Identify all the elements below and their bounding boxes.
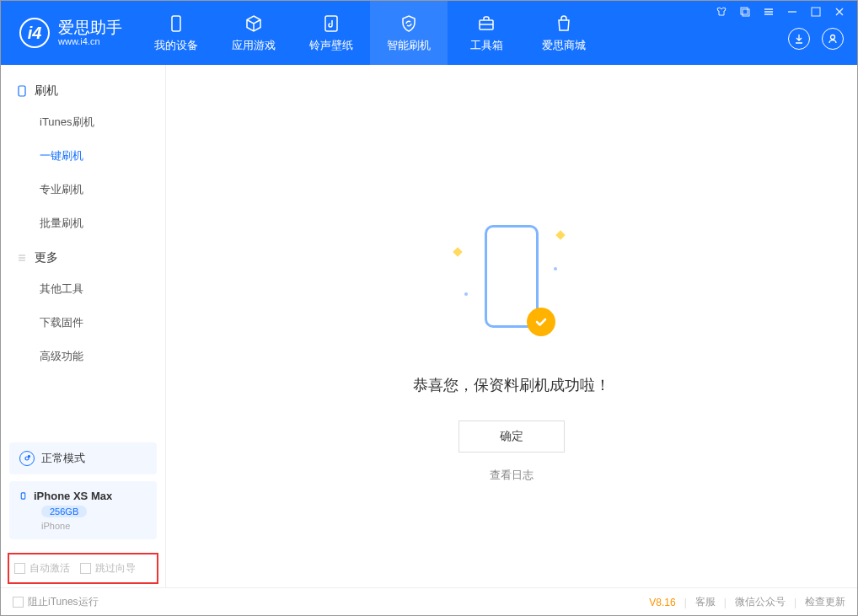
skip-guide-option[interactable]: 跳过向导: [80, 561, 136, 576]
app-domain: www.i4.cn: [58, 36, 122, 46]
sidebar-item-batch[interactable]: 批量刷机: [1, 206, 165, 240]
menu-icon[interactable]: [763, 6, 775, 18]
download-icon[interactable]: [788, 28, 810, 50]
tab-label: 应用游戏: [232, 38, 276, 53]
shield-refresh-icon: [399, 13, 419, 34]
wechat-link[interactable]: 微信公众号: [735, 595, 786, 609]
sidebar-header-more: 更多: [1, 244, 165, 272]
cube-icon: [244, 13, 264, 34]
svg-rect-0: [172, 16, 180, 31]
list-icon: [16, 252, 28, 264]
shirt-icon[interactable]: [716, 6, 727, 18]
close-icon[interactable]: [834, 6, 845, 18]
phone-icon: [166, 13, 186, 34]
header-right: [716, 1, 857, 65]
sidebar-header-label: 刷机: [35, 83, 58, 99]
view-log-link[interactable]: 查看日志: [490, 468, 534, 483]
svg-rect-10: [21, 493, 25, 499]
mode-icon: [19, 451, 35, 466]
sidebar-item-pro[interactable]: 专业刷机: [1, 173, 165, 206]
footer: 阻止iTunes运行 V8.16 | 客服 | 微信公众号 | 检查更新: [1, 587, 857, 616]
logo-text-block: 爱思助手 www.i4.cn: [58, 19, 122, 47]
nav-tabs: 我的设备 应用游戏 铃声壁纸 智能刷机 工具箱 爱思商城: [137, 1, 603, 65]
tab-toolbox[interactable]: 工具箱: [448, 1, 525, 65]
device-mode-box[interactable]: 正常模式: [9, 442, 157, 474]
svg-rect-5: [812, 8, 820, 16]
sidebar-item-other[interactable]: 其他工具: [1, 272, 165, 306]
svg-point-9: [29, 456, 30, 458]
app-header: i4 爱思助手 www.i4.cn 我的设备 应用游戏 铃声壁纸 智能刷机 工具…: [1, 1, 857, 65]
sidebar-header-flash: 刷机: [1, 77, 165, 105]
sidebar-section-more: 更多 其他工具 下载固件 高级功能: [1, 244, 165, 377]
user-icon[interactable]: [822, 28, 844, 50]
minimize-icon[interactable]: [786, 6, 798, 18]
sidebar-section-flash: 刷机 iTunes刷机 一键刷机 专业刷机 批量刷机: [1, 77, 165, 244]
sidebar-item-firmware[interactable]: 下载固件: [1, 306, 165, 340]
body: 刷机 iTunes刷机 一键刷机 专业刷机 批量刷机 更多 其他工具 下载固件 …: [1, 65, 857, 587]
update-link[interactable]: 检查更新: [805, 595, 845, 609]
option-label: 跳过向导: [95, 561, 136, 576]
device-storage-badge: 256GB: [41, 506, 87, 517]
success-message: 恭喜您，保资料刷机成功啦！: [413, 375, 610, 395]
svg-rect-1: [325, 16, 337, 31]
option-label: 阻止iTunes运行: [28, 595, 99, 609]
support-link[interactable]: 客服: [695, 595, 716, 609]
option-label: 自动激活: [29, 561, 70, 576]
svg-rect-7: [19, 86, 25, 96]
logo-area: i4 爱思助手 www.i4.cn: [1, 1, 137, 65]
highlighted-options: 自动激活 跳过向导: [8, 553, 158, 584]
device-type: iPhone: [41, 521, 147, 531]
tab-label: 我的设备: [154, 38, 198, 53]
check-badge-icon: [527, 308, 555, 336]
tab-label: 铃声壁纸: [309, 38, 353, 53]
tab-store[interactable]: 爱思商城: [525, 1, 603, 65]
footer-right: V8.16 | 客服 | 微信公众号 | 检查更新: [649, 595, 845, 609]
maximize-icon[interactable]: [810, 6, 822, 18]
checkbox-icon: [13, 597, 24, 608]
toolbox-icon: [476, 13, 496, 34]
tab-label: 爱思商城: [542, 38, 586, 53]
ok-button[interactable]: 确定: [458, 420, 565, 453]
device-name-text: iPhone XS Max: [34, 490, 112, 502]
tab-label: 工具箱: [470, 38, 503, 53]
window-controls: [716, 1, 849, 18]
svg-rect-3: [741, 8, 748, 14]
block-itunes-option[interactable]: 阻止iTunes运行: [13, 595, 99, 609]
device-panel: 正常模式 iPhone XS Max 256GB iPhone: [1, 434, 165, 548]
auto-activate-option[interactable]: 自动激活: [14, 561, 70, 576]
tab-label: 智能刷机: [387, 38, 431, 53]
checkbox-icon: [14, 563, 25, 574]
main-content: 恭喜您，保资料刷机成功啦！ 确定 查看日志: [166, 65, 857, 587]
app-logo-icon: i4: [19, 18, 50, 48]
sidebar-item-advanced[interactable]: 高级功能: [1, 340, 165, 373]
success-illustration: [469, 225, 554, 351]
tab-flash[interactable]: 智能刷机: [370, 1, 448, 65]
checkbox-icon: [80, 563, 91, 574]
device-detail-box[interactable]: iPhone XS Max 256GB iPhone: [9, 481, 157, 539]
layers-icon[interactable]: [739, 6, 751, 18]
svg-rect-4: [743, 9, 749, 16]
svg-point-6: [831, 35, 835, 40]
device-icon: [16, 85, 28, 97]
tab-my-device[interactable]: 我的设备: [137, 1, 215, 65]
sidebar-item-oneclick[interactable]: 一键刷机: [1, 139, 165, 173]
device-mode-label: 正常模式: [41, 451, 85, 466]
bag-icon: [554, 13, 574, 34]
tab-apps[interactable]: 应用游戏: [215, 1, 292, 65]
device-name-row: iPhone XS Max: [19, 490, 147, 502]
sidebar: 刷机 iTunes刷机 一键刷机 专业刷机 批量刷机 更多 其他工具 下载固件 …: [1, 65, 166, 587]
app-name: 爱思助手: [58, 19, 122, 37]
phone-small-icon: [19, 492, 27, 500]
sidebar-item-itunes[interactable]: iTunes刷机: [1, 105, 165, 139]
version-label: V8.16: [649, 597, 675, 608]
sidebar-header-label: 更多: [35, 250, 58, 265]
music-file-icon: [321, 13, 341, 34]
user-icons: [788, 18, 849, 50]
tab-ringtones[interactable]: 铃声壁纸: [292, 1, 370, 65]
